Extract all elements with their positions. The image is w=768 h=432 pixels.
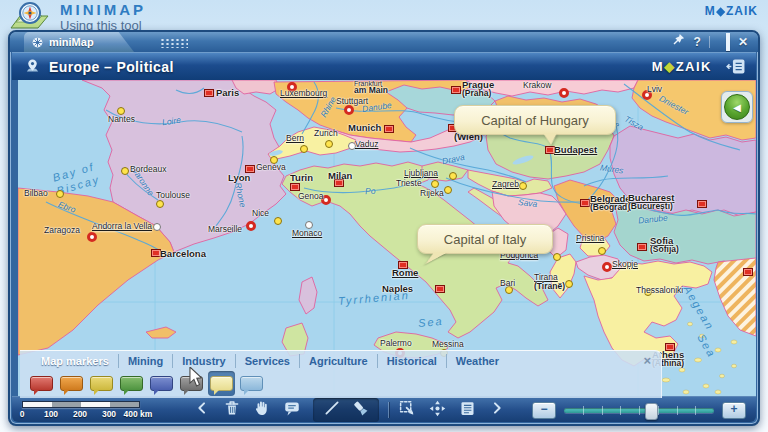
minimap-logo-icon bbox=[8, 1, 54, 30]
zoom-slider-thumb[interactable] bbox=[645, 403, 658, 420]
titlebar-grip[interactable] bbox=[160, 38, 188, 48]
city-label: Ljubljana bbox=[404, 169, 438, 178]
select-region-icon bbox=[398, 399, 416, 421]
munich-marker bbox=[384, 125, 394, 133]
city-label: Lyon bbox=[228, 173, 250, 182]
zagreb-marker bbox=[519, 182, 527, 190]
map-scale: 0100200300400 km bbox=[22, 401, 162, 419]
marker-bubble-tail bbox=[124, 389, 130, 395]
zoom-out-button[interactable]: − bbox=[532, 402, 556, 419]
city-label: Thessaloniki bbox=[636, 286, 683, 295]
trieste-marker bbox=[431, 180, 439, 188]
panel-close-icon[interactable]: × bbox=[643, 355, 651, 367]
tab-weather[interactable]: Weather bbox=[447, 354, 508, 368]
city-subname: (Sofija) bbox=[650, 245, 679, 254]
tab-map-markers[interactable]: Map markers bbox=[32, 354, 119, 368]
scale-label: 300 bbox=[102, 409, 116, 419]
tab-services[interactable]: Services bbox=[236, 354, 300, 368]
city-name: Toulouse bbox=[156, 191, 190, 200]
city-label: Lviv bbox=[647, 85, 662, 94]
zaragoza-marker bbox=[87, 232, 97, 242]
marker-swatch-blue[interactable] bbox=[148, 371, 175, 396]
city-label: Zagreb bbox=[492, 180, 519, 189]
city-label: Bern bbox=[286, 134, 304, 143]
city-label: Stuttgart bbox=[336, 97, 368, 106]
tool-select-region-button[interactable] bbox=[395, 399, 419, 421]
marker-bubble-icon bbox=[60, 376, 83, 391]
city-label: Trieste bbox=[396, 179, 422, 188]
city-label: Naples bbox=[382, 284, 413, 293]
city-label: Milan bbox=[328, 171, 352, 180]
city-label: Palermo bbox=[380, 339, 412, 348]
map-callout[interactable]: Capital of Hungary bbox=[454, 105, 616, 135]
city-subname: (Tiranë) bbox=[534, 282, 565, 291]
tool-chevron-right-button[interactable] bbox=[485, 399, 509, 421]
back-button[interactable]: ◀ bbox=[721, 91, 753, 123]
chevron-right-icon bbox=[490, 400, 504, 420]
city-label: Rome bbox=[392, 268, 418, 277]
zurich-marker bbox=[325, 140, 333, 148]
pin-icon[interactable] bbox=[671, 32, 686, 53]
city-label: Bordeaux bbox=[130, 165, 166, 174]
city-name: Vaduz bbox=[355, 140, 378, 149]
city-name: Messina bbox=[432, 340, 464, 349]
map-canvas[interactable]: ParisNantesBordeauxLyonToulouseBilbaoZar… bbox=[18, 80, 756, 400]
tool-line-tool-button[interactable] bbox=[320, 399, 344, 421]
scale-label: 0 bbox=[20, 409, 25, 419]
tool-chevron-left-button[interactable] bbox=[190, 399, 214, 421]
marker-bubble-tail bbox=[154, 389, 160, 395]
mozaik-diamond-icon: ◆ bbox=[716, 4, 726, 17]
krakow-marker bbox=[559, 88, 569, 98]
bottom-toolbar: 0100200300400 km − + bbox=[12, 396, 756, 422]
marker-swatch-cream[interactable] bbox=[208, 371, 235, 396]
marker-swatch-green[interactable] bbox=[118, 371, 145, 396]
zoom-tick bbox=[620, 406, 621, 415]
window-tab-minimap[interactable]: miniMap bbox=[24, 32, 134, 52]
tool-pan-button[interactable] bbox=[425, 399, 449, 421]
city-label: Frankfurtam Main bbox=[354, 80, 388, 94]
hand-icon bbox=[253, 399, 271, 421]
tab-agriculture[interactable]: Agriculture bbox=[300, 354, 378, 368]
marker-swatch-lightblue[interactable] bbox=[238, 371, 265, 396]
help-button[interactable]: ? bbox=[694, 32, 701, 52]
tool-comment-button[interactable] bbox=[280, 399, 304, 421]
city-name: Lviv bbox=[647, 85, 662, 94]
tab-industry[interactable]: Industry bbox=[173, 354, 235, 368]
map-title: Europe – Political bbox=[49, 59, 174, 75]
marker-swatch-red[interactable] bbox=[28, 371, 55, 396]
tab-historical[interactable]: Historical bbox=[378, 354, 447, 368]
scale-segment bbox=[23, 402, 52, 407]
callout-text: Capital of Hungary bbox=[481, 113, 589, 128]
drawing-tool-group bbox=[313, 398, 379, 422]
city-name: Rijeka bbox=[420, 189, 444, 198]
sea-label: Sea bbox=[418, 315, 445, 329]
map-callout[interactable]: Capital of Italy bbox=[417, 224, 553, 254]
city-name: Zagreb bbox=[492, 180, 519, 189]
panel-toggle-icon[interactable] bbox=[726, 58, 746, 75]
tool-legend-button[interactable] bbox=[455, 399, 479, 421]
city-name: Bilbao bbox=[24, 189, 48, 198]
belgrade-marker bbox=[580, 199, 590, 207]
city-name: Pristina bbox=[576, 234, 604, 243]
city-label: Munich bbox=[348, 123, 381, 132]
location-pin-icon bbox=[24, 58, 41, 75]
marker-swatch-orange[interactable] bbox=[58, 371, 85, 396]
city-label: Prague(Praha) bbox=[462, 80, 494, 98]
divider bbox=[709, 36, 710, 48]
tool-highlighter-button[interactable] bbox=[348, 399, 372, 421]
city-name: Skopje bbox=[612, 260, 638, 269]
tool-trash-button[interactable] bbox=[220, 399, 244, 421]
turin-marker bbox=[290, 183, 300, 191]
zoom-in-button[interactable]: + bbox=[722, 402, 746, 419]
close-button[interactable]: ✕ bbox=[738, 32, 748, 52]
paris-marker bbox=[204, 89, 214, 97]
zoom-slider-track[interactable] bbox=[564, 408, 714, 413]
city-name: Genoa bbox=[298, 192, 324, 201]
bilbao-marker bbox=[56, 190, 64, 198]
trash-icon bbox=[223, 399, 241, 421]
marker-swatch-yellow[interactable] bbox=[88, 371, 115, 396]
window-titlebar[interactable]: miniMap ?✕ bbox=[10, 32, 758, 52]
tab-mining[interactable]: Mining bbox=[119, 354, 173, 368]
tool-hand-button[interactable] bbox=[250, 399, 274, 421]
maximize-button[interactable] bbox=[726, 32, 730, 52]
